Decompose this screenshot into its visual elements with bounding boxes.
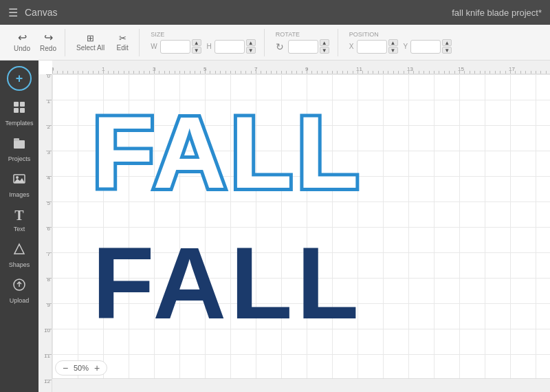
toolbar: ↩ Undo ↪ Redo ⊞ Select All ✂ Edit Size W… — [0, 25, 550, 61]
sidebar: + New Templates Projects Images T Text — [0, 61, 38, 392]
hamburger-icon[interactable]: ☰ — [8, 6, 18, 19]
svg-point-7 — [16, 176, 19, 179]
canvas-area[interactable]: 013579111315171921 01234567891011121314 … — [38, 61, 550, 392]
svg-rect-2 — [14, 108, 19, 113]
projects-icon — [12, 136, 26, 153]
svg-marker-8 — [14, 244, 24, 254]
width-down-button[interactable]: ▼ — [192, 47, 201, 54]
rotate-up-button[interactable]: ▲ — [320, 39, 329, 46]
sidebar-item-upload[interactable]: Upload — [1, 274, 37, 308]
zoom-level: 50% — [74, 364, 89, 372]
shapes-icon — [12, 242, 26, 259]
shapes-label: Shapes — [9, 261, 30, 268]
position-group: Position X ▲ ▼ Y ▲ ▼ — [345, 31, 456, 54]
redo-label: Redo — [40, 45, 56, 52]
main-area: + New Templates Projects Images T Text — [0, 61, 550, 392]
rotate-label: Rotate — [276, 31, 300, 38]
edit-button[interactable]: ✂ Edit — [110, 32, 135, 54]
fall-solid-text: FALL — [92, 226, 363, 340]
undo-label: Undo — [14, 45, 30, 52]
grid-canvas: FALL FALL FALL — [52, 74, 550, 378]
new-button[interactable]: + New — [7, 66, 32, 91]
width-up-button[interactable]: ▲ — [192, 39, 201, 46]
select-all-button[interactable]: ⊞ Select All — [72, 32, 109, 54]
rotate-icon: ↻ — [276, 41, 284, 52]
x-up-button[interactable]: ▲ — [388, 39, 398, 46]
fall-outline-text: FALL — [92, 96, 363, 209]
svg-rect-4 — [14, 140, 25, 149]
sidebar-item-shapes[interactable]: Shapes — [1, 238, 37, 272]
upload-icon — [12, 278, 26, 295]
rotate-input[interactable] — [288, 40, 318, 54]
svg-rect-1 — [20, 102, 25, 107]
x-label: X — [349, 43, 354, 50]
y-up-button[interactable]: ▲ — [442, 39, 452, 46]
svg-rect-0 — [14, 102, 19, 107]
project-title: fall knife blade project* — [452, 8, 542, 18]
zoom-out-button[interactable]: − — [60, 362, 71, 373]
svg-rect-3 — [20, 108, 25, 113]
select-all-label: Select All — [76, 44, 104, 52]
images-icon — [12, 172, 26, 189]
rotate-down-button[interactable]: ▼ — [320, 47, 329, 54]
height-input[interactable] — [214, 40, 245, 54]
y-down-button[interactable]: ▼ — [442, 47, 452, 54]
text-label: Text — [14, 226, 25, 232]
images-label: Images — [9, 191, 30, 198]
y-label: Y — [404, 43, 408, 50]
h-label: H — [207, 43, 212, 50]
w-label: W — [151, 43, 157, 50]
ruler-top: 013579111315171921 — [52, 61, 550, 74]
ruler-bottom — [52, 378, 550, 392]
height-up-button[interactable]: ▲ — [246, 39, 256, 46]
sidebar-item-projects[interactable]: Projects — [1, 132, 37, 166]
rotate-group: Rotate ↻ ▲ ▼ — [272, 31, 333, 54]
y-input[interactable] — [410, 40, 441, 54]
zoom-controls: − 50% + — [55, 360, 107, 375]
sidebar-item-templates[interactable]: Templates — [1, 96, 37, 131]
position-label: Position — [349, 31, 379, 38]
zoom-in-button[interactable]: + — [91, 362, 102, 373]
sidebar-item-images[interactable]: Images — [1, 168, 37, 202]
text-icon: T — [14, 208, 23, 224]
size-label: Size — [151, 31, 164, 38]
x-down-button[interactable]: ▼ — [388, 47, 398, 54]
sidebar-item-text[interactable]: T Text — [1, 204, 37, 237]
new-icon: + — [16, 72, 23, 86]
edit-label: Edit — [117, 44, 129, 52]
fall-design-area: FALL FALL FALL — [52, 74, 550, 378]
width-input[interactable] — [160, 40, 190, 54]
projects-label: Projects — [8, 155, 31, 162]
templates-icon — [12, 100, 26, 118]
templates-label: Templates — [5, 120, 33, 127]
svg-rect-5 — [14, 138, 19, 141]
top-bar: ☰ Canvas fall knife blade project* — [0, 0, 550, 25]
x-input[interactable] — [357, 40, 387, 54]
redo-button[interactable]: ↪ Redo — [36, 30, 60, 54]
app-title: Canvas — [25, 7, 57, 18]
ruler-left: 01234567891011121314 — [38, 74, 52, 392]
height-down-button[interactable]: ▼ — [246, 47, 256, 54]
upload-label: Upload — [10, 297, 30, 304]
undo-button[interactable]: ↩ Undo — [10, 30, 34, 54]
size-group: Size W ▲ ▼ H ▲ ▼ — [146, 31, 260, 54]
